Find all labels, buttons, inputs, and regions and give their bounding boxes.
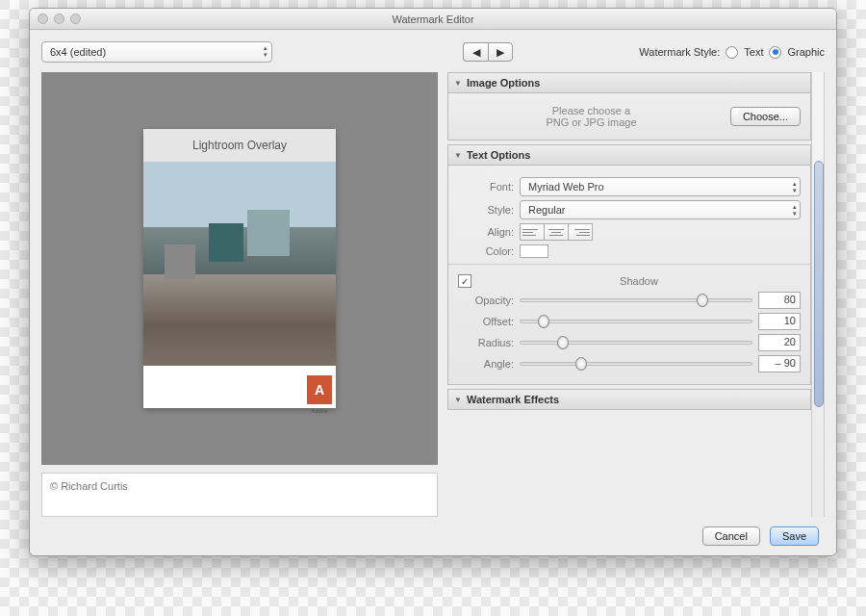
preset-select-value: 6x4 (edited)	[50, 46, 106, 58]
align-center-button[interactable]	[544, 223, 569, 241]
updown-icon: ▴▾	[264, 44, 267, 58]
minimize-icon[interactable]	[54, 13, 64, 24]
close-icon[interactable]	[38, 13, 48, 24]
offset-slider[interactable]	[520, 314, 752, 329]
style-graphic-radio[interactable]	[769, 46, 781, 59]
window-title: Watermark Editor	[392, 13, 473, 25]
watermark-style-label: Watermark Style:	[639, 46, 720, 58]
save-button[interactable]: Save	[770, 526, 819, 546]
footer: Cancel Save	[41, 517, 825, 555]
text-options-title: Text Options	[467, 149, 530, 161]
watermark-style-group: Watermark Style: Text Graphic	[639, 46, 825, 59]
font-select-value: Myriad Web Pro	[528, 181, 604, 192]
watermark-effects-header[interactable]: ▼ Watermark Effects	[447, 389, 811, 410]
text-options-header[interactable]: ▼ Text Options	[447, 144, 811, 166]
opacity-slider[interactable]	[520, 293, 752, 308]
copyright-field[interactable]: © Richard Curtis	[41, 473, 438, 517]
toolbar: 6x4 (edited) ▴▾ ◀ ▶ Watermark Style: Tex…	[41, 41, 825, 63]
chevron-down-icon: ▼	[454, 79, 462, 88]
chevron-down-icon: ▼	[454, 151, 462, 160]
image-options-body: Please choose a PNG or JPG image Choose.…	[447, 93, 811, 141]
nav-stepper: ◀ ▶	[463, 42, 513, 62]
window-controls	[38, 13, 81, 24]
align-label: Align:	[458, 226, 514, 238]
align-left-button[interactable]	[520, 223, 545, 241]
font-style-select[interactable]: Regular ▴▾	[520, 200, 801, 219]
image-options-header[interactable]: ▼ Image Options	[447, 72, 811, 93]
adobe-logo-icon: A	[307, 375, 332, 404]
next-button[interactable]: ▶	[488, 42, 513, 62]
preview-photo	[143, 162, 336, 366]
prev-button[interactable]: ◀	[463, 42, 488, 62]
color-swatch[interactable]	[520, 244, 548, 258]
shadow-checkbox[interactable]: ✓	[458, 274, 471, 288]
titlebar: Watermark Editor	[30, 9, 836, 30]
opacity-value[interactable]: 80	[758, 292, 801, 309]
choose-button[interactable]: Choose...	[730, 107, 801, 126]
preview-image: Lightroom Overlay A	[143, 129, 336, 408]
radius-label: Radius:	[458, 337, 514, 348]
font-label: Font:	[458, 181, 514, 192]
shadow-title: Shadow	[477, 275, 801, 287]
angle-slider[interactable]	[520, 356, 752, 372]
text-options-body: Font: Myriad Web Pro ▴▾ Style: Regular ▴…	[447, 166, 811, 385]
font-select[interactable]: Myriad Web Pro ▴▾	[520, 177, 801, 196]
overlay-title: Lightroom Overlay	[143, 129, 336, 162]
image-helptext: Please choose a PNG or JPG image	[458, 105, 725, 128]
angle-label: Angle:	[458, 358, 514, 370]
preset-select[interactable]: 6x4 (edited) ▴▾	[41, 41, 272, 63]
style-label: Style:	[458, 204, 514, 216]
style-graphic-label: Graphic	[787, 46, 825, 58]
color-label: Color:	[458, 245, 514, 257]
offset-label: Offset:	[458, 316, 514, 327]
align-right-button[interactable]	[568, 223, 593, 241]
updown-icon: ▴▾	[793, 203, 797, 217]
offset-value[interactable]: 10	[758, 313, 801, 330]
chevron-down-icon: ▼	[454, 396, 462, 404]
radius-slider[interactable]	[520, 335, 752, 350]
scrollbar[interactable]	[811, 72, 825, 517]
watermark-effects-title: Watermark Effects	[467, 394, 559, 405]
style-text-label: Text	[744, 46, 763, 58]
cancel-button[interactable]: Cancel	[702, 526, 760, 546]
font-style-value: Regular	[528, 204, 566, 216]
angle-value[interactable]: – 90	[758, 355, 801, 372]
updown-icon: ▴▾	[793, 180, 797, 193]
opacity-label: Opacity:	[458, 295, 514, 306]
style-text-radio[interactable]	[726, 46, 738, 59]
radius-value[interactable]: 20	[758, 334, 801, 351]
align-group	[520, 223, 593, 241]
image-options-title: Image Options	[467, 77, 540, 89]
zoom-icon[interactable]	[70, 13, 81, 24]
copyright-text: © Richard Curtis	[50, 480, 128, 492]
watermark-editor-window: Watermark Editor 6x4 (edited) ▴▾ ◀ ▶ Wat…	[29, 8, 837, 556]
preview-area: Lightroom Overlay A	[41, 72, 438, 465]
